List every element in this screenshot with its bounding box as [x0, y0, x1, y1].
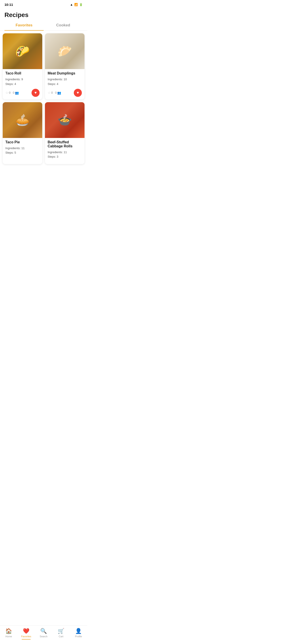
- recipe-title-taco-pie: Taco Pie: [5, 140, 40, 144]
- rating-stat: ☆ 0: [5, 91, 10, 95]
- recipe-title-beef-cabbage: Beef-Stuffed Cabbage Rolls: [48, 140, 82, 148]
- tab-cooked[interactable]: Cooked: [44, 20, 83, 31]
- favorite-button-taco-roll[interactable]: ♥: [32, 89, 40, 97]
- battery-icon: 🔋: [79, 3, 83, 6]
- recipe-image-beef-cabbage: 🍲: [45, 102, 84, 138]
- people-value: 0: [55, 91, 56, 94]
- recipe-meta-taco-pie: Ingredients: 11Steps: 5: [5, 146, 40, 156]
- rating-value: 0: [9, 91, 10, 94]
- recipes-grid: 🌮 Taco Roll Ingredients: 9Steps: 4 ☆ 0 0…: [0, 33, 87, 167]
- recipe-footer-taco-roll: ☆ 0 0 👥 ♥: [5, 89, 40, 97]
- heart-icon-taco-roll: ♥: [34, 90, 37, 95]
- recipe-info-taco-pie: Taco Pie Ingredients: 11Steps: 5: [3, 138, 42, 160]
- recipe-image-meat-dumplings: 🥟: [45, 33, 84, 69]
- recipe-stats-meat-dumplings: ☆ 0 0 👥: [48, 91, 61, 95]
- recipe-title-taco-roll: Taco Roll: [5, 71, 40, 75]
- people-stat: 0 👥: [13, 91, 19, 94]
- recipe-info-meat-dumplings: Meat Dumplings Ingredients: 10Steps: 4 ☆…: [45, 69, 84, 100]
- recipe-footer-meat-dumplings: ☆ 0 0 👥 ♥: [48, 89, 82, 97]
- star-icon: ☆: [5, 91, 8, 95]
- people-value: 0: [13, 91, 14, 94]
- people-icon: 👥: [57, 91, 61, 94]
- tabs-container: Favorites Cooked: [0, 20, 87, 31]
- page-title: Recipes: [4, 12, 83, 18]
- recipe-card-meat-dumplings[interactable]: 🥟 Meat Dumplings Ingredients: 10Steps: 4…: [45, 33, 84, 100]
- status-bar: 10:11 ▲ 📶 🔋: [0, 0, 87, 8]
- rating-stat: ☆ 0: [48, 91, 53, 95]
- recipe-meta-meat-dumplings: Ingredients: 10Steps: 4: [48, 77, 82, 86]
- tab-favorites[interactable]: Favorites: [4, 20, 44, 31]
- rating-value: 0: [51, 91, 53, 94]
- heart-icon-meat-dumplings: ♥: [77, 90, 79, 95]
- recipe-card-beef-cabbage[interactable]: 🍲 Beef-Stuffed Cabbage Rolls Ingredients…: [45, 102, 84, 164]
- recipe-card-taco-roll[interactable]: 🌮 Taco Roll Ingredients: 9Steps: 4 ☆ 0 0…: [3, 33, 42, 100]
- status-icons: ▲ 📶 🔋: [70, 3, 83, 6]
- favorite-button-meat-dumplings[interactable]: ♥: [74, 89, 82, 97]
- recipe-meta-taco-roll: Ingredients: 9Steps: 4: [5, 77, 40, 86]
- wifi-icon: ▲: [70, 3, 73, 6]
- page-header: Recipes: [0, 8, 87, 20]
- recipe-image-taco-pie: 🥧: [3, 102, 42, 138]
- recipe-stats-taco-roll: ☆ 0 0 👥: [5, 91, 19, 95]
- status-time: 10:11: [4, 3, 13, 6]
- signal-icon: 📶: [74, 3, 78, 6]
- recipe-card-taco-pie[interactable]: 🥧 Taco Pie Ingredients: 11Steps: 5: [3, 102, 42, 164]
- recipe-info-taco-roll: Taco Roll Ingredients: 9Steps: 4 ☆ 0 0 👥…: [3, 69, 42, 100]
- recipe-info-beef-cabbage: Beef-Stuffed Cabbage Rolls Ingredients: …: [45, 138, 84, 164]
- people-stat: 0 👥: [55, 91, 61, 94]
- recipe-meta-beef-cabbage: Ingredients: 11Steps: 3: [48, 150, 82, 160]
- recipe-title-meat-dumplings: Meat Dumplings: [48, 71, 82, 75]
- people-icon: 👥: [15, 91, 19, 94]
- star-icon: ☆: [48, 91, 50, 95]
- recipe-image-taco-roll: 🌮: [3, 33, 42, 69]
